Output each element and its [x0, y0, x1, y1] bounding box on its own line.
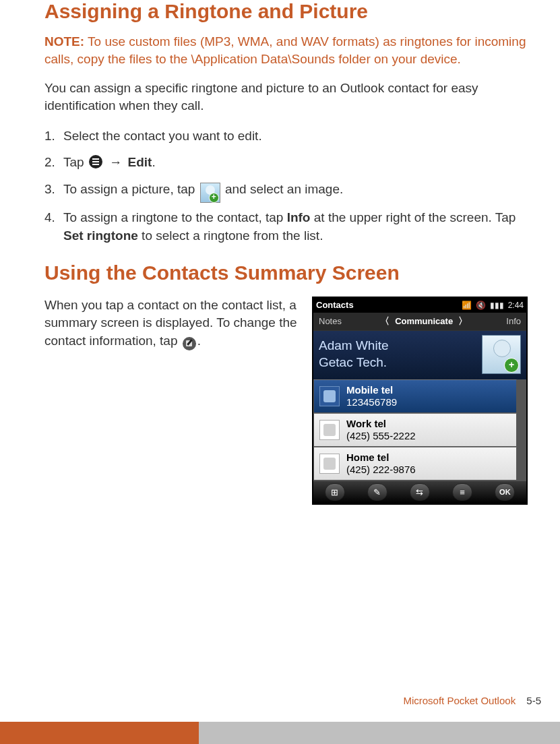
chevron-left-icon[interactable]: 〈: [380, 315, 390, 328]
battery-icon: ▮▮▮: [490, 301, 504, 310]
arrow-icon: →: [109, 155, 122, 169]
statusbar-title: Contacts: [316, 300, 458, 310]
scrollbar[interactable]: [517, 379, 526, 480]
mobile-icon: [319, 386, 340, 406]
summary-dot: .: [197, 334, 201, 348]
step3-pre: To assign a picture, tap: [63, 182, 199, 196]
step-4: 4. To assign a ringtone to the contact, …: [44, 208, 528, 245]
chevron-right-icon[interactable]: 〉: [458, 315, 468, 328]
page-footer: Microsoft Pocket Outlook 5-5: [403, 695, 541, 706]
step2-dot: .: [152, 155, 155, 169]
tab-notes[interactable]: Notes: [319, 316, 342, 326]
phone-row-work[interactable]: Work tel (425) 555-2222: [313, 413, 517, 447]
step3-post: and select an image.: [225, 182, 343, 196]
step-body: Select the contact you want to edit.: [63, 127, 528, 146]
intro-text: You can assign a specific ringtone and p…: [44, 80, 528, 114]
phone-row-mobile[interactable]: Mobile tel 123456789: [313, 379, 517, 413]
phone-screenshot: Contacts 📶 🔇 ▮▮▮ 2:44 Notes 〈 Communicat…: [312, 297, 528, 505]
row-label: Home tel: [346, 452, 416, 464]
row-value: (425) 222-9876: [346, 464, 416, 476]
home-icon: [319, 454, 340, 474]
step4-a: To assign a ringtone to the contact, tap: [63, 210, 287, 224]
step-number: 4.: [44, 208, 63, 245]
row-label: Work tel: [346, 418, 416, 430]
bottom-bar: ⊞ ✎ ⇆ ≡ OK: [313, 480, 526, 503]
avatar-add-icon[interactable]: [482, 335, 521, 374]
step4-setringtone: Set ringtone: [63, 228, 138, 243]
step-number: 1.: [44, 127, 63, 146]
contact-header: Adam White Getac Tech.: [313, 330, 526, 379]
step-1: 1. Select the contact you want to edit.: [44, 127, 528, 146]
tab-info[interactable]: Info: [506, 316, 521, 326]
volume-icon: 🔇: [476, 301, 486, 310]
contact-name: Adam White: [319, 338, 388, 354]
work-icon: [319, 420, 340, 440]
note-label: NOTE:: [44, 34, 84, 49]
bottom-stripe: [0, 722, 199, 744]
step-body: To assign a picture, tap and select an i…: [63, 180, 528, 200]
row-value: (425) 555-2222: [346, 430, 416, 442]
add-photo-icon: [200, 183, 220, 203]
summary-pre: When you tap a contact on the contact li…: [44, 298, 297, 348]
phone-row-home[interactable]: Home tel (425) 222-9876: [313, 447, 517, 480]
menu-button[interactable]: ≡: [452, 483, 472, 501]
footer-title: Microsoft Pocket Outlook: [403, 695, 516, 706]
note-block: NOTE: To use custom files (MP3, WMA, and…: [44, 33, 528, 67]
heading-summary: Using the Contacts Summary Screen: [44, 261, 528, 284]
contact-company: Getac Tech.: [319, 355, 388, 371]
edit-icon: [183, 337, 196, 350]
step-body: To assign a ringtone to the contact, tap…: [63, 208, 528, 245]
summary-text: When you tap a contact on the contact li…: [44, 297, 304, 350]
step4-info: Info: [287, 210, 311, 224]
step-3: 3. To assign a picture, tap and select a…: [44, 180, 528, 200]
step-2: 2. Tap → Edit.: [44, 153, 528, 172]
step2-edit: Edit: [127, 155, 152, 169]
footer-page: 5-5: [526, 695, 541, 706]
row-value: 123456789: [346, 396, 397, 408]
tab-bar: Notes 〈 Communicate 〉 Info: [313, 313, 526, 330]
step4-c: at the upper right of the screen. Tap: [310, 210, 516, 224]
step-body: Tap → Edit.: [63, 153, 528, 172]
row-label: Mobile tel: [346, 384, 397, 396]
step-number: 2.: [44, 153, 63, 172]
clock: 2:44: [508, 301, 524, 310]
start-button[interactable]: ⊞: [325, 483, 345, 501]
step2-pre: Tap: [63, 155, 88, 169]
status-bar: Contacts 📶 🔇 ▮▮▮ 2:44: [313, 298, 526, 313]
menu-icon: [89, 155, 102, 168]
switch-button[interactable]: ⇆: [410, 483, 430, 501]
steps-list: 1. Select the contact you want to edit. …: [44, 127, 528, 245]
step4-e: to select a ringtone from the list.: [138, 228, 323, 243]
tab-communicate[interactable]: Communicate: [395, 316, 453, 326]
edit-button[interactable]: ✎: [367, 483, 387, 501]
signal-icon: 📶: [462, 301, 472, 310]
step-number: 3.: [44, 180, 63, 200]
heading-assign: Assigning a Ringtone and Picture: [44, 0, 528, 22]
ok-button[interactable]: OK: [495, 483, 515, 501]
note-text: To use custom files (MP3, WMA, and WAV f…: [44, 34, 526, 66]
